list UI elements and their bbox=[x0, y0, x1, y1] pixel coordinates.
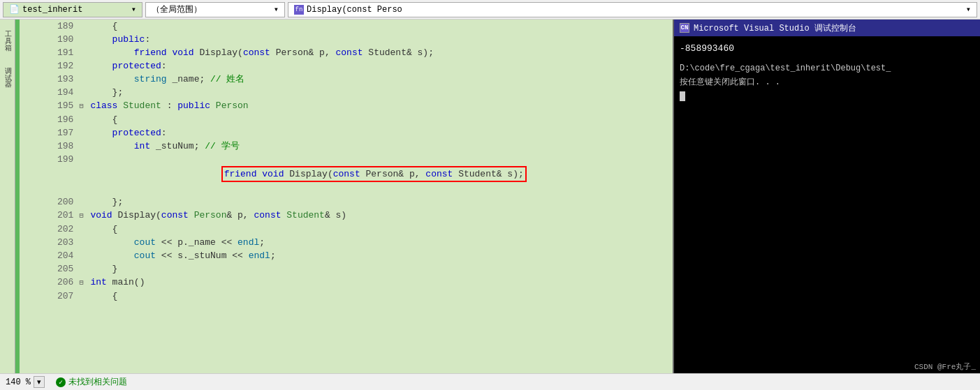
console-title: Microsoft Visual Studio 调试控制台 bbox=[694, 22, 856, 34]
line-number: 194 bbox=[20, 86, 79, 99]
line-number: 193 bbox=[20, 73, 79, 86]
zoom-dropdown-btn[interactable]: ▾ bbox=[34, 376, 45, 388]
line-number: 190 bbox=[20, 33, 79, 46]
collapse-btn-195[interactable]: ⊟ bbox=[79, 103, 83, 110]
line-number: 192 bbox=[20, 59, 79, 73]
collapse-btn-206[interactable]: ⊟ bbox=[79, 279, 83, 287]
line-number: 199 bbox=[20, 153, 79, 195]
line-gutter bbox=[79, 290, 87, 303]
line-gutter: ⊟ bbox=[79, 276, 87, 290]
line-number: 204 bbox=[20, 249, 79, 262]
line-gutter: ⊟ bbox=[79, 99, 87, 113]
line-gutter bbox=[79, 73, 87, 86]
func-icon: fn bbox=[294, 5, 304, 15]
line-gutter bbox=[79, 33, 87, 46]
line-number: 198 bbox=[20, 140, 79, 153]
main-content: 工 具 箱 调 试 器 189 { bbox=[0, 20, 980, 373]
line-gutter bbox=[79, 236, 87, 249]
scope-label: （全局范围） bbox=[152, 3, 202, 15]
code-editor[interactable]: 189 { 190 public: 191 bbox=[15, 20, 980, 373]
line-gutter bbox=[79, 113, 87, 126]
func-dropdown[interactable]: fn Display(const Perso ▾ bbox=[288, 2, 977, 17]
scope-arrow: ▾ bbox=[274, 4, 279, 15]
line-number: 203 bbox=[20, 236, 79, 249]
sidebar-tab-3[interactable]: 箱 bbox=[1, 36, 14, 42]
line-gutter bbox=[79, 249, 87, 262]
console-icon: CN bbox=[680, 23, 689, 33]
zoom-label: 140 % bbox=[6, 377, 31, 387]
console-line-2: D:\code\fre_cgaga\test_inherit\Debug\tes… bbox=[680, 61, 974, 75]
cursor-block bbox=[680, 91, 685, 101]
line-gutter bbox=[79, 223, 87, 236]
line-gutter bbox=[79, 153, 87, 195]
status-text: 未找到相关问题 bbox=[68, 376, 127, 388]
file-tab[interactable]: 📄 test_inherit ▾ bbox=[3, 2, 142, 17]
line-number: 191 bbox=[20, 46, 79, 59]
highlight-box: friend void Display(const Person& p, con… bbox=[221, 166, 527, 182]
line-number: 205 bbox=[20, 262, 79, 276]
console-line-1: -858993460 bbox=[680, 42, 974, 56]
line-number: 202 bbox=[20, 223, 79, 236]
line-gutter bbox=[79, 195, 87, 209]
line-gutter bbox=[79, 86, 87, 99]
sidebar-tab-5[interactable]: 试 bbox=[1, 66, 14, 71]
sidebar-tab-6[interactable]: 器 bbox=[1, 73, 14, 78]
func-arrow: ▾ bbox=[966, 4, 971, 15]
console-footer: CSDN @Fre丸子_ bbox=[674, 360, 980, 373]
line-number: 200 bbox=[20, 195, 79, 209]
collapse-btn-201[interactable]: ⊟ bbox=[79, 212, 83, 220]
line-number: 201 bbox=[20, 209, 79, 223]
line-gutter bbox=[79, 262, 87, 276]
console-overlay: CN Microsoft Visual Studio 调试控制台 -858993… bbox=[673, 20, 980, 373]
line-number: 207 bbox=[20, 290, 79, 303]
status-bar: 140 % ▾ ✓ 未找到相关问题 bbox=[0, 373, 980, 390]
line-number: 197 bbox=[20, 126, 79, 140]
console-line-3: 按任意键关闭此窗口. . . bbox=[680, 75, 974, 89]
line-number: 195 bbox=[20, 99, 79, 113]
file-icon: 📄 bbox=[9, 4, 20, 15]
left-sidebar: 工 具 箱 调 试 器 bbox=[0, 20, 15, 373]
sidebar-tab-2[interactable]: 具 bbox=[1, 29, 14, 35]
line-gutter bbox=[79, 126, 87, 140]
line-number: 196 bbox=[20, 113, 79, 126]
line-number: 189 bbox=[20, 20, 79, 33]
console-body: -858993460 D:\code\fre_cgaga\test_inheri… bbox=[674, 36, 980, 360]
scope-dropdown[interactable]: （全局范围） ▾ bbox=[145, 2, 285, 17]
top-bar: 📄 test_inherit ▾ （全局范围） ▾ fn Display(con… bbox=[0, 0, 980, 20]
console-prompt bbox=[680, 89, 974, 103]
line-gutter: ⊟ bbox=[79, 209, 87, 223]
check-icon: ✓ bbox=[56, 377, 66, 387]
line-gutter bbox=[79, 46, 87, 59]
line-gutter bbox=[79, 20, 87, 33]
func-label: Display(const Perso bbox=[307, 5, 402, 15]
line-number: 206 bbox=[20, 276, 79, 290]
sidebar-tab-4[interactable]: 调 bbox=[1, 59, 14, 64]
line-gutter bbox=[79, 59, 87, 73]
status-indicator: ✓ 未找到相关问题 bbox=[56, 376, 127, 388]
dropdown-arrow[interactable]: ▾ bbox=[131, 4, 136, 15]
console-titlebar: CN Microsoft Visual Studio 调试控制台 bbox=[674, 20, 980, 36]
sidebar-tab-1[interactable]: 工 bbox=[1, 22, 14, 28]
file-label: test_inherit bbox=[22, 5, 82, 15]
zoom-control[interactable]: 140 % ▾ bbox=[6, 376, 45, 388]
line-gutter bbox=[79, 140, 87, 153]
